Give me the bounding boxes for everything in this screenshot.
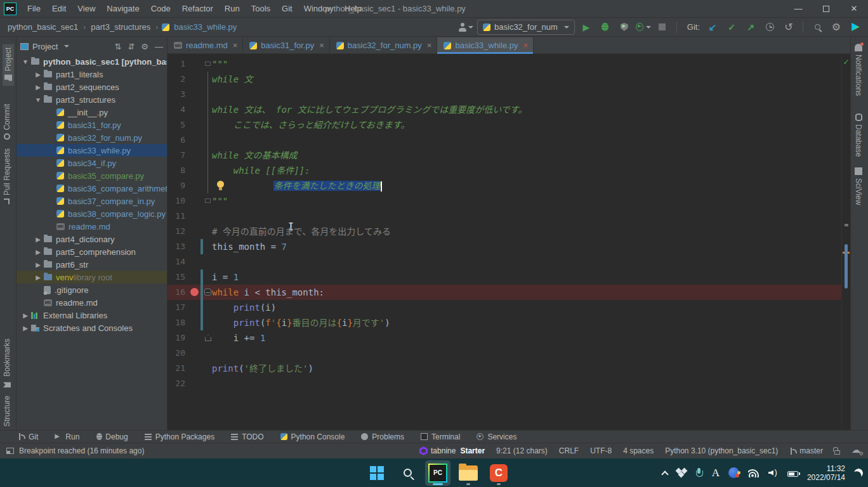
- rollback-button[interactable]: ↺: [781, 20, 796, 34]
- code-line[interactable]: 20: [168, 346, 841, 361]
- tabnine-button[interactable]: [848, 20, 863, 34]
- breadcrumb-item[interactable]: basic33_while.py: [173, 21, 238, 33]
- interpreter[interactable]: Python 3.10 (python_basic_sec1): [665, 446, 778, 455]
- intention-bulb-icon[interactable]: [217, 181, 224, 188]
- tab-close-icon[interactable]: ×: [427, 41, 432, 50]
- tab-close-icon[interactable]: ×: [233, 41, 238, 50]
- tab-close-icon[interactable]: ×: [523, 41, 528, 50]
- tree-row[interactable]: ▶External Libraries: [16, 309, 167, 321]
- taskbar-camtasia-button[interactable]: C: [486, 460, 511, 486]
- tree-row[interactable]: basic38_compare_logic.py: [16, 207, 167, 220]
- caret-position[interactable]: 9:21 (12 chars): [496, 446, 548, 455]
- tree-row[interactable]: ▶part6_str: [16, 258, 167, 271]
- tree-row[interactable]: basic37_compare_in.py: [16, 195, 167, 207]
- indent[interactable]: 4 spaces: [623, 446, 654, 455]
- tree-row[interactable]: ▶part2_sequences: [16, 81, 167, 93]
- expand-all-icon[interactable]: ⇅: [115, 42, 122, 51]
- menu-item-run[interactable]: Run: [219, 1, 246, 16]
- git-branch-widget[interactable]: master: [789, 446, 823, 455]
- tree-row[interactable]: MDreadme.md: [16, 220, 167, 233]
- code-line[interactable]: 5 ここでは、さらっと紹介だけしておきます。: [168, 117, 841, 133]
- editor-tab[interactable]: basic32_for_num.py×: [330, 37, 438, 53]
- maximize-button[interactable]: [812, 0, 840, 17]
- stripe-item-database[interactable]: Database: [854, 114, 863, 157]
- code-line[interactable]: 4while 文は、 for 文に比してウェブプログラミングでは重要度が低いです…: [168, 102, 841, 117]
- menu-item-navigate[interactable]: Navigate: [101, 1, 145, 16]
- fold-collapse-icon[interactable]: –: [204, 289, 211, 295]
- minimize-button[interactable]: —: [784, 0, 812, 17]
- tree-chevron-icon[interactable]: ▶: [34, 274, 42, 281]
- fold-handle-icon[interactable]: [205, 198, 211, 203]
- code-line[interactable]: 8 while [[条件]]:: [168, 163, 841, 178]
- toolwindow-button-git[interactable]: Git: [18, 432, 38, 441]
- focus-assist-moon-icon[interactable]: [853, 467, 864, 479]
- tree-row[interactable]: ▶part5_comprehension: [16, 245, 167, 258]
- code-line[interactable]: 18 print(f'{i}番目の月は{i}月です'): [168, 315, 841, 330]
- tree-row[interactable]: MDreadme.md: [16, 296, 167, 309]
- breakpoint-icon[interactable]: [190, 288, 199, 296]
- stop-button[interactable]: [655, 20, 670, 34]
- editor-tab[interactable]: basic33_while.py×: [437, 37, 534, 53]
- tree-row[interactable]: ▶venv library root: [16, 271, 167, 283]
- ime-language-icon[interactable]: A: [712, 467, 720, 479]
- settings-sync-icon[interactable]: [852, 447, 862, 455]
- code-line[interactable]: 11: [168, 209, 841, 224]
- status-panel-icon[interactable]: [6, 448, 14, 454]
- git-update-button[interactable]: ↙: [705, 20, 720, 34]
- tree-row[interactable]: basic32_for_num.py: [16, 131, 167, 144]
- code-line[interactable]: 2while 文: [168, 72, 841, 87]
- toolwindow-button-problems[interactable]: Problems: [361, 432, 404, 441]
- menu-item-edit[interactable]: Edit: [46, 1, 72, 16]
- tree-row[interactable]: basic36_compare_arithmetic.py: [16, 182, 167, 195]
- tree-chevron-icon[interactable]: ▼: [22, 58, 29, 65]
- menu-item-file[interactable]: File: [22, 1, 46, 16]
- git-commit-button[interactable]: ✓: [724, 20, 739, 34]
- tabnine-status[interactable]: tabnine Starter: [419, 446, 485, 455]
- taskbar-search-button[interactable]: [395, 460, 420, 486]
- tree-chevron-icon[interactable]: ▶: [22, 312, 29, 319]
- tray-overflow-icon[interactable]: [661, 471, 668, 477]
- tree-chevron-icon[interactable]: ▶: [34, 84, 42, 91]
- error-stripe[interactable]: ✓: [841, 54, 850, 430]
- start-button[interactable]: [364, 460, 390, 486]
- editor-tab[interactable]: MDreadme.md×: [168, 37, 243, 53]
- code-line[interactable]: 1""": [168, 56, 841, 72]
- wifi-icon[interactable]: [748, 469, 760, 477]
- git-push-button[interactable]: ↗: [743, 20, 758, 34]
- dropbox-icon[interactable]: [676, 469, 687, 477]
- menu-item-tools[interactable]: Tools: [246, 1, 276, 16]
- battery-icon[interactable]: [787, 471, 798, 477]
- tree-row[interactable]: basic31_for.py: [16, 119, 167, 131]
- code-with-me-button[interactable]: [458, 20, 473, 34]
- code-line[interactable]: 3: [168, 87, 841, 102]
- tree-chevron-icon[interactable]: ▶: [22, 325, 29, 332]
- run-configuration-select[interactable]: basic32_for_num: [477, 20, 575, 35]
- code-line[interactable]: 14: [168, 254, 841, 269]
- scrollbar-thumb[interactable]: [845, 244, 848, 289]
- code-line[interactable]: 16–while i < this_month:: [168, 285, 841, 300]
- stripe-item-commit[interactable]: Commit: [3, 104, 11, 140]
- settings-button[interactable]: ⚙: [829, 20, 844, 34]
- tab-close-icon[interactable]: ×: [319, 41, 324, 50]
- profiler-button[interactable]: [636, 20, 651, 34]
- code-line[interactable]: 10""": [168, 193, 841, 209]
- status-message[interactable]: Breakpoint reached (16 minutes ago): [19, 446, 144, 455]
- toolwindow-button-python-console[interactable]: Python Console: [280, 432, 345, 441]
- taskbar-explorer-button[interactable]: [456, 460, 481, 486]
- tree-row[interactable]: ▼part3_structures: [16, 93, 167, 106]
- tree-row[interactable]: ▼python_basic_sec1 [python_basic] D:\: [16, 55, 167, 68]
- debug-button[interactable]: [598, 20, 613, 34]
- toolwindow-button-services[interactable]: Services: [477, 432, 516, 441]
- stripe-item-notifications[interactable]: Notifications: [854, 44, 863, 96]
- breadcrumb-item[interactable]: part3_structures: [89, 21, 152, 33]
- toolwindow-button-python-packages[interactable]: Python Packages: [145, 432, 214, 441]
- code-line[interactable]: 7while 文の基本構成: [168, 148, 841, 163]
- breadcrumb-item[interactable]: python_basic_sec1: [6, 21, 79, 33]
- toolwindow-button-debug[interactable]: Debug: [96, 432, 128, 441]
- code-line[interactable]: 9 条件を満たしたときの処理: [168, 178, 841, 193]
- unlock-icon[interactable]: [834, 450, 840, 455]
- chevron-down-icon[interactable]: [64, 45, 69, 48]
- volume-icon[interactable]: [768, 469, 779, 477]
- code-line[interactable]: 12# 今月の直前の月まで、各月を出力してみる: [168, 224, 841, 239]
- taskbar-clock[interactable]: 11:32 2022/07/14: [807, 464, 845, 482]
